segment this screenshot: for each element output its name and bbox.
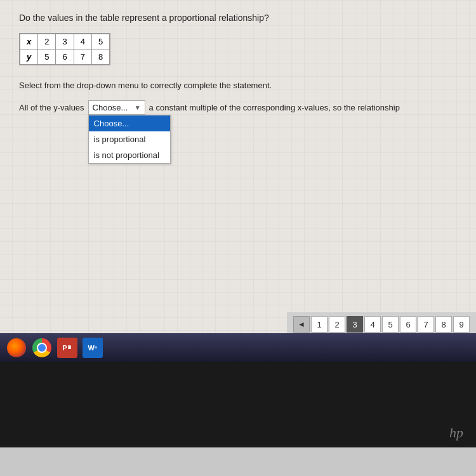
powerpoint-taskbar-icon[interactable]: P🗎 [56,336,79,359]
dropdown-arrow-icon: ▼ [135,104,141,111]
pagination-prev[interactable]: ◄ [293,316,310,333]
data-table: x 2 3 4 5 y 5 6 7 8 [19,33,110,65]
word-icon: W≡ [83,338,103,358]
dropdown-option-is-not-proportional[interactable]: is not proportional [89,147,170,163]
black-bar: hp [0,362,476,447]
y-val-1: 5 [38,50,56,65]
powerpoint-icon: P🗎 [57,338,77,358]
question-text: Do the values in the table represent a p… [19,13,457,23]
chrome-taskbar-icon[interactable] [30,336,53,359]
word-taskbar-icon[interactable]: W≡ [81,336,104,359]
firefox-icon [7,338,26,357]
dropdown-trigger[interactable]: Choose... ▼ [88,100,145,115]
pagination-page-9[interactable]: 9 [453,316,470,333]
y-val-4: 8 [91,50,109,65]
pagination-page-4[interactable]: 4 [364,316,381,333]
pagination-page-5[interactable]: 5 [382,316,399,333]
chrome-icon [32,338,51,357]
statement-before: All of the y-values [19,100,84,115]
dropdown-option-choose[interactable]: Choose... [89,116,170,131]
pagination-page-8[interactable]: 8 [435,316,452,333]
instruction-text: Select from the drop-down menu to correc… [19,81,457,90]
pagination-page-6[interactable]: 6 [400,316,416,333]
pagination-page-7[interactable]: 7 [418,316,434,333]
statement-after: a constant multiple of the corresponding… [149,100,400,115]
hp-logo: hp [449,425,463,441]
dropdown-option-is-proportional[interactable]: is proportional [89,131,170,147]
main-content: Do the values in the table represent a p… [0,0,476,362]
x-val-1: 2 [38,34,56,50]
y-label: y [20,50,38,65]
x-val-4: 5 [91,34,109,50]
x-val-2: 3 [56,34,74,50]
statement-row: All of the y-values Choose... ▼ Choose..… [19,100,457,115]
dropdown-menu: Choose... is proportional is not proport… [88,115,171,164]
dropdown-selected-label: Choose... [93,103,128,112]
dropdown-wrapper: Choose... ▼ Choose... is proportional is… [88,100,145,115]
pagination-page-3[interactable]: 3 [347,316,363,333]
x-label: x [20,34,38,50]
y-val-2: 6 [56,50,74,65]
pagination-page-2[interactable]: 2 [329,316,345,333]
firefox-taskbar-icon[interactable] [5,336,28,359]
taskbar: P🗎 W≡ [0,333,476,362]
pagination-page-1[interactable]: 1 [311,316,327,333]
x-val-3: 4 [74,34,91,50]
y-val-3: 7 [74,50,91,65]
